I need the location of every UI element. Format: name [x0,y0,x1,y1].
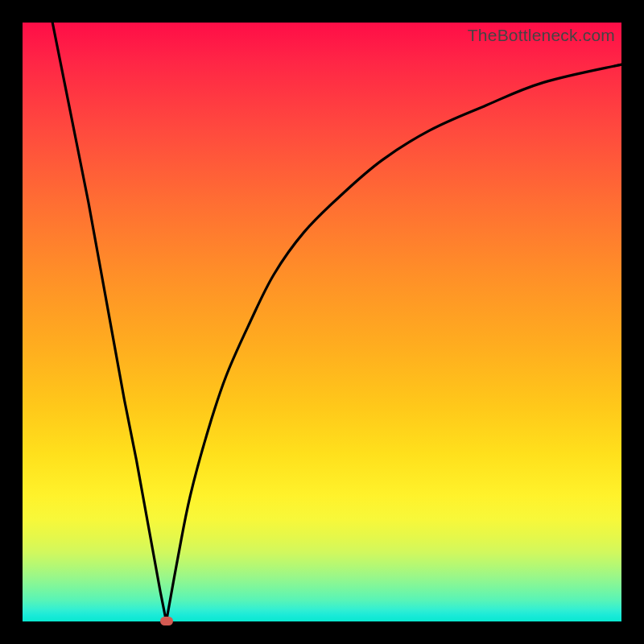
chart-frame: TheBottleneck.com [0,0,644,644]
bottleneck-curve [23,23,621,621]
curve-path [52,23,621,621]
plot-area: TheBottleneck.com [23,23,621,621]
optimum-marker [160,617,173,625]
